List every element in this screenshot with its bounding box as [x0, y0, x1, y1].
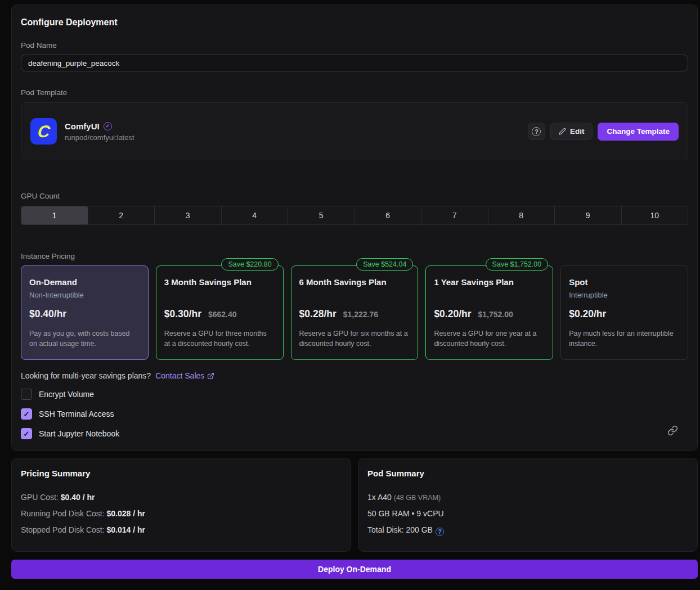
summary-value: $0.028 / hr — [107, 509, 146, 518]
plan-price: $0.20/hr — [434, 308, 471, 320]
pricing-plan-spot[interactable]: SpotInterruptible$0.20/hrPay much less f… — [560, 265, 688, 360]
option-start-jupyter-notebook: ✓Start Jupyter Notebook — [21, 428, 688, 439]
gpu-count-option-7[interactable]: 7 — [421, 206, 488, 224]
instance-pricing-label: Instance Pricing — [21, 252, 688, 260]
template-name: ComfyUI — [65, 121, 100, 131]
plan-title: 3 Month Savings Plan — [164, 277, 275, 287]
external-link-icon — [207, 372, 214, 380]
plan-price: $0.30/hr — [164, 308, 201, 320]
edit-template-button[interactable]: Edit — [550, 123, 593, 140]
summary-label: Stopped Pod Disk Cost: — [21, 525, 107, 534]
option-label: Start Jupyter Notebook — [39, 429, 119, 438]
plan-subtitle — [164, 291, 275, 301]
link-icon[interactable] — [667, 425, 678, 436]
option-label: Encrypt Volume — [39, 390, 94, 399]
plan-subtitle — [434, 291, 545, 301]
comfyui-logo: C — [30, 118, 57, 145]
pod-ram-cpu-line: 50 GB RAM • 9 vCPU — [367, 509, 688, 518]
plan-title: On-Demand — [29, 277, 140, 287]
plan-subtitle — [299, 291, 410, 301]
gpu-count-option-5[interactable]: 5 — [288, 206, 355, 224]
plan-title: Spot — [569, 277, 680, 287]
savings-badge: Save $524.04 — [356, 258, 413, 271]
savings-badge: Save $1,752.00 — [486, 258, 549, 271]
pod-gpu-vram: (48 GB VRAM) — [394, 494, 441, 502]
plan-title: 6 Month Savings Plan — [299, 277, 410, 287]
plan-price: $0.20/hr — [569, 308, 606, 320]
plan-subtitle: Interruptible — [569, 291, 680, 301]
pricing-summary-row-gpu-cost: GPU Cost: $0.40 / hr — [21, 493, 342, 502]
pod-disk-line: Total Disk: 200 GB? — [367, 525, 688, 536]
gpu-count-option-10[interactable]: 10 — [622, 206, 688, 224]
template-image: runpod/comfyui:latest — [65, 133, 528, 142]
checkbox-checked-ssh-terminal-access[interactable]: ✓ — [21, 408, 32, 420]
pricing-plan-1-year-savings-plan[interactable]: Save $1,752.001 Year Savings Plan $0.20/… — [425, 265, 553, 360]
contact-sales-label: Contact Sales — [155, 371, 204, 380]
plan-description: Reserve a GPU for three months at a disc… — [164, 329, 275, 349]
pod-summary-title: Pod Summary — [367, 469, 688, 478]
plan-price: $0.28/hr — [299, 308, 336, 320]
pencil-icon — [559, 128, 566, 135]
gpu-count-option-1[interactable]: 1 — [21, 206, 88, 224]
summary-value: $0.014 / hr — [107, 525, 146, 534]
gpu-count-option-9[interactable]: 9 — [555, 206, 622, 224]
gpu-count-option-4[interactable]: 4 — [222, 206, 289, 224]
comfyui-logo-letter: C — [37, 123, 51, 140]
plan-title: 1 Year Savings Plan — [434, 277, 545, 287]
pod-name-input[interactable] — [21, 55, 688, 71]
gpu-count-option-2[interactable]: 2 — [88, 206, 155, 224]
template-help-button[interactable]: ? — [528, 123, 545, 140]
contact-sales-link[interactable]: Contact Sales — [155, 371, 214, 380]
plan-subtitle: Non-Interruptible — [29, 291, 140, 301]
verified-icon: ✓ — [104, 122, 112, 130]
gpu-count-selector: 12345678910 — [21, 206, 688, 225]
template-meta: ComfyUI ✓ runpod/comfyui:latest — [65, 121, 528, 142]
plan-total-price: $1,222.76 — [343, 310, 378, 319]
option-encrypt-volume: Encrypt Volume — [21, 389, 688, 400]
change-template-button[interactable]: Change Template — [598, 123, 679, 141]
question-icon: ? — [532, 127, 541, 136]
gpu-count-option-3[interactable]: 3 — [155, 206, 222, 224]
summary-value: $0.40 / hr — [61, 493, 95, 502]
pricing-plan-on-demand[interactable]: On-DemandNon-Interruptible$0.40/hrPay as… — [21, 265, 149, 360]
template-card: C ComfyUI ✓ runpod/comfyui:latest ? Edit… — [21, 102, 688, 160]
pod-gpu-name: 1x A40 — [367, 493, 392, 502]
pricing-summary-panel: Pricing Summary GPU Cost: $0.40 / hrRunn… — [11, 458, 351, 552]
summary-label: Running Pod Disk Cost: — [21, 509, 107, 518]
pricing-plans: On-DemandNon-Interruptible$0.40/hrPay as… — [21, 265, 688, 360]
pricing-plan-6-month-savings-plan[interactable]: Save $524.046 Month Savings Plan $0.28/h… — [291, 265, 419, 360]
deploy-button[interactable]: Deploy On-Demand — [11, 560, 698, 579]
plan-price: $0.40/hr — [29, 308, 66, 320]
pricing-summary-title: Pricing Summary — [21, 469, 342, 478]
configure-deployment-panel: Configure Deployment Pod Name Pod Templa… — [11, 4, 698, 451]
plan-description: Reserve a GPU for six months at a discou… — [299, 329, 410, 349]
plan-total-price: $662.40 — [208, 310, 237, 319]
pricing-summary-row-stopped-pod-disk-cost: Stopped Pod Disk Cost: $0.014 / hr — [21, 525, 342, 534]
gpu-count-option-8[interactable]: 8 — [488, 206, 555, 224]
pod-summary-panel: Pod Summary 1x A40 (48 GB VRAM) 50 GB RA… — [358, 458, 698, 552]
pricing-summary-row-running-pod-disk-cost: Running Pod Disk Cost: $0.028 / hr — [21, 509, 342, 518]
pod-gpu-line: 1x A40 (48 GB VRAM) — [367, 493, 688, 502]
deployment-options: Encrypt Volume✓SSH Terminal Access✓Start… — [21, 389, 688, 439]
pod-template-label: Pod Template — [21, 88, 688, 97]
plan-description: Pay much less for an interruptible insta… — [569, 329, 680, 349]
plan-description: Pay as you go, with costs based on actua… — [29, 329, 140, 349]
pod-disk-text: Total Disk: 200 GB — [367, 525, 433, 534]
summary-label: GPU Cost: — [21, 493, 61, 502]
gpu-count-label: GPU Count — [21, 192, 688, 200]
multi-year-text: Looking for multi-year savings plans? — [21, 371, 151, 380]
option-label: SSH Terminal Access — [39, 409, 114, 418]
pod-name-label: Pod Name — [21, 41, 688, 49]
plan-total-price: $1,752.00 — [478, 310, 513, 319]
plan-description: Reserve a GPU for one year at a discount… — [434, 329, 545, 349]
gpu-count-option-6[interactable]: 6 — [355, 206, 422, 224]
pricing-plan-3-month-savings-plan[interactable]: Save $220.803 Month Savings Plan $0.30/h… — [156, 265, 284, 360]
disk-help-icon[interactable]: ? — [436, 528, 444, 536]
savings-badge: Save $220.80 — [221, 258, 278, 271]
option-ssh-terminal-access: ✓SSH Terminal Access — [21, 408, 688, 420]
checkbox-checked-start-jupyter-notebook[interactable]: ✓ — [21, 428, 32, 439]
page-title: Configure Deployment — [21, 17, 688, 28]
edit-button-label: Edit — [570, 127, 585, 136]
checkbox-unchecked-encrypt-volume[interactable] — [21, 389, 32, 400]
